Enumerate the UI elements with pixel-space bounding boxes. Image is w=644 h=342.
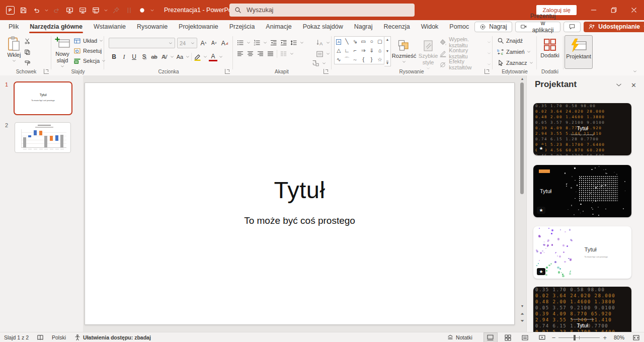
clipboard-dialog-launcher[interactable] <box>44 69 49 74</box>
undo-menu-chevron[interactable] <box>43 4 49 16</box>
search-input[interactable] <box>246 6 378 14</box>
shape-glyph[interactable]: ⇓ <box>369 48 374 53</box>
font-dialog-launcher[interactable] <box>225 69 230 74</box>
ribbon-tab-projektowanie[interactable]: Projektowanie <box>173 20 224 33</box>
paste-button[interactable]: Wklej <box>7 33 21 67</box>
line-spacing-icon[interactable] <box>290 39 297 46</box>
numbering-icon[interactable] <box>253 39 261 46</box>
notes-button[interactable]: Notatki <box>443 332 476 342</box>
undo-icon[interactable] <box>30 4 42 16</box>
vertical-scrollbar[interactable]: ▴ ▾ ⏶ ⏷ <box>519 76 525 331</box>
designer-ribbon-button[interactable]: Projektant <box>565 35 593 69</box>
shrink-font-button[interactable]: A˅ <box>210 39 218 48</box>
scroll-up-icon[interactable]: ▴ <box>519 76 525 81</box>
spellcheck-button[interactable] <box>33 332 48 342</box>
ribbon-tab-pokaz-slajdów[interactable]: Pokaz slajdów <box>297 20 349 33</box>
new-slide-button[interactable]: Nowy slajd <box>54 33 70 68</box>
grow-font-button[interactable]: A˄ <box>199 39 208 48</box>
bold-button[interactable]: B <box>110 52 118 61</box>
ribbon-tab-recenzja[interactable]: Recenzja <box>378 20 416 33</box>
highlight-color-chevron[interactable] <box>203 55 207 59</box>
bullets-icon[interactable] <box>236 39 244 46</box>
select-button[interactable]: Zaznacz <box>497 59 536 67</box>
collapse-ribbon-chevron[interactable] <box>633 69 637 73</box>
slide-subtitle[interactable]: To może być coś prostego <box>85 215 514 226</box>
search-box[interactable] <box>229 4 415 17</box>
ribbon-tab-pomoc[interactable]: Pomoc <box>444 20 474 33</box>
slide-2-thumbnail[interactable] <box>15 122 71 153</box>
numbering-chevron[interactable] <box>263 41 267 45</box>
designer-suggestion-card[interactable]: 0.35 1.70 0.58 98.000.02 3.64 24.020 28.… <box>533 287 631 332</box>
shape-glyph[interactable]: A <box>336 39 341 44</box>
ribbon-tab-przejścia[interactable]: Przejścia <box>224 20 261 33</box>
font-name-select[interactable] <box>109 38 175 48</box>
zoom-track[interactable] <box>558 337 600 338</box>
view-slideshow-button[interactable] <box>536 333 549 342</box>
designer-collapse-chevron[interactable] <box>615 81 622 89</box>
accessibility-button[interactable]: Ułatwienia dostępu: zbadaj <box>70 332 155 342</box>
shapes-scroll-up-icon[interactable]: ▲ <box>386 38 389 41</box>
change-case-chevron[interactable] <box>186 55 190 59</box>
present-icon[interactable] <box>76 4 89 16</box>
align-right-icon[interactable] <box>257 50 264 57</box>
minimize-button[interactable] <box>584 0 604 20</box>
increase-indent-icon[interactable] <box>280 39 287 46</box>
clear-formatting-button[interactable]: A◢ <box>220 39 229 48</box>
replace-button[interactable]: bcZamień <box>497 48 536 56</box>
shape-glyph[interactable]: ～ <box>353 57 358 62</box>
start-slideshow-icon[interactable] <box>63 4 75 16</box>
slide-title[interactable]: Tytuł <box>85 176 514 204</box>
shape-glyph[interactable]: ⇒ <box>361 48 366 53</box>
shape-glyph[interactable]: ∿ <box>337 57 341 62</box>
view-normal-button[interactable] <box>484 332 498 342</box>
ribbon-tab-wstawianie[interactable]: Wstawianie <box>88 20 131 33</box>
shapes-gallery[interactable]: A╲⇘▭○▢△∟⌐⇒⇓⌂∿⌒～{}☆ <box>334 36 384 64</box>
font-color-chevron[interactable] <box>219 55 223 59</box>
smartart-icon[interactable] <box>312 59 319 67</box>
designer-suggestion-card[interactable]: TytułTo może być coś prostego★ <box>533 226 631 279</box>
record-dot-icon[interactable] <box>136 4 148 16</box>
font-color-button[interactable]: A <box>209 52 217 61</box>
next-slide-button[interactable]: ⏷ <box>519 319 525 323</box>
justify-icon[interactable] <box>267 50 274 57</box>
share-button[interactable]: Udostępnianie <box>584 22 644 32</box>
shape-glyph[interactable]: { <box>362 57 364 62</box>
shape-glyph[interactable]: ☆ <box>377 57 382 62</box>
shape-glyph[interactable]: ▭ <box>361 39 366 44</box>
paragraph-dialog-launcher[interactable] <box>324 69 329 74</box>
restore-button[interactable] <box>604 0 624 20</box>
underline-button[interactable]: U <box>130 52 138 61</box>
save-icon[interactable] <box>17 4 29 16</box>
zoom-level[interactable]: 80% <box>610 332 628 342</box>
qat-menu-chevron[interactable] <box>149 4 155 16</box>
character-spacing-chevron[interactable] <box>170 55 174 59</box>
shapes-scroll-down-icon[interactable]: ▼ <box>386 49 389 53</box>
close-button[interactable] <box>624 0 644 20</box>
designer-suggestion-card[interactable]: 0.35 1.70 0.58 98.000.02 3.64 24.020 28.… <box>533 103 631 155</box>
zoom-thumb[interactable] <box>574 335 576 340</box>
find-button[interactable]: Znajdź <box>497 37 536 45</box>
shape-glyph[interactable]: △ <box>337 48 341 53</box>
shape-glyph[interactable]: ▢ <box>377 39 382 44</box>
shape-glyph[interactable]: ╲ <box>345 39 348 44</box>
ribbon-tab-narzędzia-główne[interactable]: Narzędzia główne <box>24 20 88 33</box>
designer-close-icon[interactable]: ✕ <box>631 81 636 89</box>
decrease-indent-icon[interactable] <box>270 39 277 46</box>
present-in-teams-button[interactable]: Prezentuj w aplikacji Teams <box>515 22 561 32</box>
scroll-down-icon[interactable]: ▾ <box>519 304 525 308</box>
fit-to-window-button[interactable] <box>628 332 644 342</box>
shapes-gallery-scroll[interactable]: ▲ ▼ ▾ <box>384 36 391 66</box>
scrollbar-thumb[interactable] <box>520 82 524 194</box>
align-text-icon[interactable] <box>316 50 324 58</box>
align-text-chevron[interactable] <box>326 52 330 56</box>
shape-glyph[interactable]: ⇘ <box>353 39 357 44</box>
shape-glyph[interactable]: ⌐ <box>354 48 357 53</box>
highlight-color-icon[interactable] <box>193 52 202 61</box>
text-direction-chevron[interactable] <box>326 41 330 45</box>
align-left-icon[interactable] <box>236 50 244 57</box>
text-direction-icon[interactable]: A <box>316 39 324 46</box>
reuse-menu-chevron[interactable] <box>103 4 109 16</box>
bullets-chevron[interactable] <box>247 41 251 45</box>
drawing-dialog-launcher[interactable] <box>485 69 490 74</box>
layout-button[interactable]: Układ <box>73 37 106 45</box>
